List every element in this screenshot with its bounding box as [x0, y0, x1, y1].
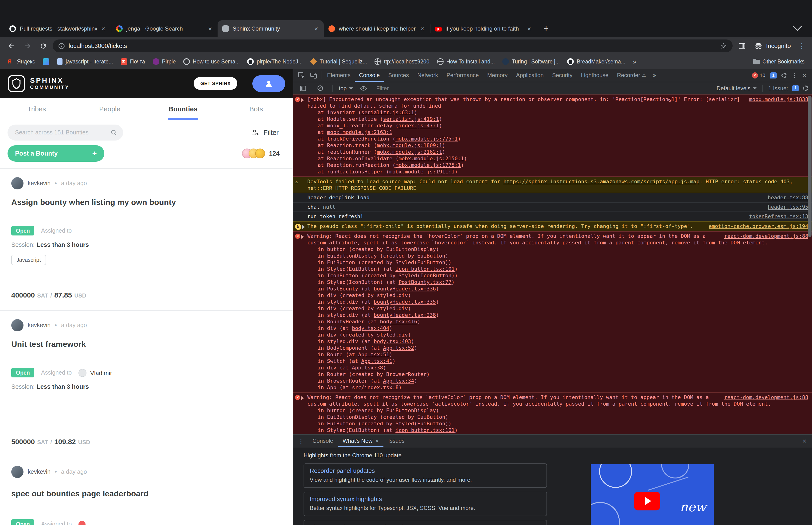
source-link[interactable]: bountyHeader.tsx:336	[373, 286, 436, 292]
source-link[interactable]: tokenRefresh.tsx:13	[749, 213, 808, 220]
browser-tab[interactable]: where should i keep the helper ×	[324, 20, 430, 37]
inspect-element-icon[interactable]	[295, 69, 307, 81]
search-box[interactable]	[7, 124, 123, 140]
bounty-title[interactable]: Unit test framework	[11, 340, 281, 349]
whats-new-card-title[interactable]: Clearing Performance Panel on reload	[310, 524, 541, 525]
close-icon[interactable]: ×	[375, 437, 379, 445]
profile-button[interactable]	[252, 75, 285, 92]
bookmark-item[interactable]: javascript - Iterate...	[53, 55, 117, 69]
devtools-tab-console[interactable]: Console	[355, 69, 384, 82]
expand-caret-icon[interactable]	[302, 225, 305, 229]
bookmark-item[interactable]: Яндекс	[4, 55, 39, 69]
console-message[interactable]: tokenRefresh.tsx:13run token refresh!	[293, 212, 812, 221]
skill-tag[interactable]: Javascript	[11, 255, 46, 265]
console-message[interactable]: 5 emotion-cache.browser.esm.js:194The ps…	[293, 221, 812, 231]
devtools-tab-security[interactable]: Security	[548, 69, 577, 82]
source-link[interactable]: App.tsx:52	[383, 345, 414, 351]
source-link[interactable]: App.tsx:34	[383, 378, 414, 384]
log-levels-dropdown[interactable]: Default levels	[717, 85, 756, 91]
nav-people[interactable]: People	[73, 98, 147, 120]
tab-close-icon[interactable]: ×	[526, 25, 532, 32]
browser-tab[interactable]: if you keep holding on to faith ×	[430, 20, 537, 37]
source-link[interactable]: react-dom.development.js:88	[724, 233, 808, 240]
devtools-tab-application[interactable]: Application	[512, 69, 548, 82]
source-link[interactable]: body.tsx:404	[352, 325, 389, 331]
devtools-tab-sources[interactable]: Sources	[384, 69, 413, 82]
assignee-name[interactable]: Vladimir	[90, 369, 112, 376]
source-link[interactable]: header.tsx:88	[768, 195, 808, 201]
bookmark-item[interactable]: pirple/The-NodeJ...	[244, 55, 307, 69]
issues-count-badge[interactable]: 1	[792, 85, 799, 91]
more-tabs-chevron[interactable]: »	[650, 72, 659, 78]
bounty-title[interactable]: spec out bounties page leaderboard	[11, 489, 281, 499]
whats-new-card[interactable]: Improved syntax highlights Better syntax…	[304, 492, 547, 516]
message-link[interactable]: https://sphinx-instructions.s3.amazonaws…	[503, 179, 699, 185]
bounty-title[interactable]: Assign bounty when listing my own bounty	[11, 198, 281, 207]
console-sidebar-icon[interactable]	[297, 82, 309, 94]
drawer-close-icon[interactable]: ×	[798, 437, 811, 445]
device-toolbar-icon[interactable]	[307, 69, 320, 81]
bounty-author[interactable]: kevkevin	[28, 322, 50, 329]
browser-tab[interactable]: Sphinx Community ×	[218, 20, 324, 37]
source-link[interactable]: header.tsx:95	[768, 204, 808, 211]
source-link[interactable]: serializr.js:63:1	[361, 109, 414, 116]
source-link[interactable]: PostBounty.tsx:77	[398, 279, 451, 285]
source-link[interactable]: serializr.js:419:1	[383, 116, 439, 122]
address-bar[interactable]: localhost:3000/tickets	[52, 40, 733, 52]
console-settings-gear-icon[interactable]	[803, 86, 808, 91]
devtools-tab-memory[interactable]: Memory	[483, 69, 512, 82]
bookmarks-overflow-chevron[interactable]: »	[629, 58, 640, 65]
devtools-tab-network[interactable]: Network	[413, 69, 442, 82]
bookmark-item[interactable]: Tutorial | Sequeliz...	[306, 55, 371, 69]
get-sphinx-button[interactable]: GET SPHINX	[194, 77, 237, 90]
console-filter-input[interactable]: Filter	[376, 85, 388, 91]
whats-new-card[interactable]: Recorder panel updates View and highligh…	[304, 463, 547, 488]
source-link[interactable]: bountyHeader.tsx:335	[373, 299, 436, 305]
menu-kebab-icon[interactable]: ⋮	[796, 42, 807, 50]
whats-new-video-thumbnail[interactable]: new	[591, 464, 714, 525]
sphinx-logo[interactable]	[7, 75, 25, 92]
source-link[interactable]: icon_button.tsx:101	[395, 427, 455, 433]
bookmark-item[interactable]: Почта	[117, 55, 149, 69]
source-link[interactable]: body.tsx:416	[380, 319, 417, 325]
bookmark-item[interactable]: How To Install and...	[433, 55, 499, 69]
source-link[interactable]: App.tsx:51	[358, 351, 389, 358]
clear-console-icon[interactable]	[314, 82, 326, 94]
source-link[interactable]: mobx.module.js:1911:1	[389, 169, 455, 175]
browser-tab[interactable]: Pull requests · stakwork/sphinx ×	[5, 20, 111, 37]
nav-tribes[interactable]: Tribes	[0, 98, 73, 120]
console-message[interactable]: × react-dom.development.js:88Warning: Re…	[293, 231, 812, 392]
settings-gear-icon[interactable]	[781, 73, 787, 78]
expand-caret-icon[interactable]	[301, 396, 304, 400]
user-avatar[interactable]	[11, 177, 24, 190]
devtools-kebab-icon[interactable]: ⋮	[791, 72, 798, 79]
issues-link-label[interactable]: 1 Issue:	[768, 85, 788, 91]
tab-search-chevron-icon[interactable]	[793, 21, 802, 31]
source-link[interactable]: mobx.module.js:2162:1	[377, 149, 442, 155]
source-link[interactable]: mobx.module.js:2150:1	[398, 155, 464, 162]
source-link[interactable]: icon_button.tsx:101	[395, 266, 455, 272]
live-expression-eye-icon[interactable]	[357, 82, 370, 94]
source-link[interactable]: App.tsx:38	[352, 365, 383, 371]
drawer-tab-issues[interactable]: Issues	[384, 435, 409, 447]
bookmark-item[interactable]: Turing | Software j...	[499, 55, 564, 69]
tab-close-icon[interactable]: ×	[313, 25, 319, 32]
site-info-icon[interactable]	[58, 43, 65, 49]
browser-tab[interactable]: jenga - Google Search ×	[111, 20, 218, 37]
drawer-tab-what-s-new[interactable]: What's New×	[338, 435, 383, 447]
bookmark-item[interactable]: BreadMaker/sema...	[564, 55, 629, 69]
bookmark-item[interactable]: How to use Sema...	[180, 55, 244, 69]
source-link[interactable]: App.tsx:41	[361, 358, 392, 364]
nav-bots[interactable]: Bots	[220, 98, 293, 120]
source-link[interactable]: emotion-cache.browser.esm.js:194	[709, 223, 808, 230]
expand-caret-icon[interactable]	[301, 98, 304, 102]
console-message[interactable]: × react-dom.development.js:88Warning: Re…	[293, 392, 812, 434]
youtube-play-icon[interactable]	[634, 492, 660, 510]
source-link[interactable]: mobx.module.js:2163:1	[327, 129, 393, 135]
issues-count-badge[interactable]: 1	[770, 72, 777, 78]
source-link[interactable]: bountyHeader.tsx:238	[373, 312, 436, 318]
tab-close-icon[interactable]: ×	[101, 25, 106, 32]
tab-close-icon[interactable]: ×	[419, 25, 425, 32]
user-avatar[interactable]	[11, 466, 24, 478]
user-avatar[interactable]	[11, 319, 24, 331]
